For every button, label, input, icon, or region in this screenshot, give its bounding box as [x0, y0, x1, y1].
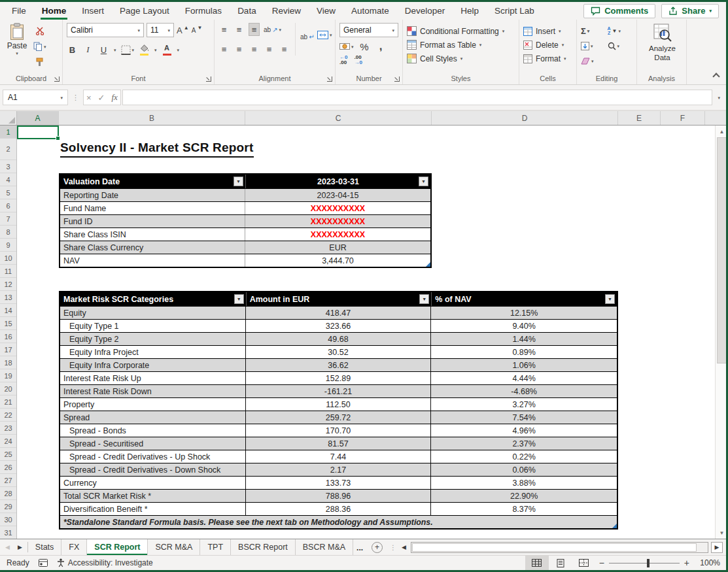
category-cell[interactable]: Equity Type 1 — [60, 320, 246, 332]
category-cell[interactable]: Interest Rate Risk Down — [60, 385, 246, 397]
pct-nav-cell[interactable]: 4.96% — [431, 424, 617, 437]
amount-cell[interactable]: 49.68 — [246, 333, 432, 345]
category-cell[interactable]: Equity Type 2 — [60, 333, 246, 345]
zoom-level[interactable]: 100% — [693, 558, 720, 567]
row-header[interactable]: 2 — [0, 139, 16, 160]
selected-cell-a1[interactable] — [17, 126, 59, 139]
increase-indent-button[interactable]: ≡ — [279, 42, 290, 56]
row-label-cell[interactable]: Share Class Currency — [60, 241, 245, 254]
row-header[interactable]: 30 — [0, 513, 16, 526]
analyze-data-button[interactable]: Analyze Data — [641, 23, 684, 63]
cancel-button[interactable]: × — [86, 93, 92, 103]
column-header[interactable]: B — [59, 111, 245, 125]
zoom-in-button[interactable]: + — [681, 558, 693, 568]
formula-input[interactable] — [122, 90, 713, 105]
row-header[interactable]: 13 — [0, 291, 16, 304]
ribbon-tab[interactable]: View — [309, 2, 343, 20]
amount-cell[interactable]: 788.96 — [246, 490, 432, 502]
sheet-tab[interactable]: BSCR M&A — [296, 539, 353, 555]
accessibility-status[interactable]: Accessibility: Investigate — [57, 558, 153, 567]
accounting-format-button[interactable]: ▾ — [339, 40, 354, 53]
number-format-combo[interactable]: General▾ — [339, 23, 398, 37]
normal-view-button[interactable] — [525, 556, 549, 570]
row-header[interactable]: 20 — [0, 382, 16, 395]
category-cell[interactable]: Spread - Credit Derivatives - Up Shock — [60, 450, 246, 463]
sheet-tab[interactable]: TPT — [200, 539, 231, 555]
market-scr-header-cell[interactable]: % of NAV ▼ — [431, 292, 617, 306]
pct-nav-cell[interactable]: 9.40% — [431, 320, 617, 332]
row-value-cell[interactable]: 2023-04-15 — [245, 189, 430, 201]
format-as-table-button[interactable]: Format as Table ▾ — [407, 38, 516, 52]
category-cell[interactable]: Spread — [60, 411, 246, 424]
amount-cell[interactable]: 7.44 — [246, 450, 432, 463]
fill-color-button[interactable] — [139, 43, 150, 56]
new-sheet-button[interactable]: + — [372, 542, 383, 553]
row-header[interactable]: 27 — [0, 474, 16, 487]
row-value-cell[interactable]: 3,444.70 — [245, 254, 430, 267]
alignment-dialog-launcher-icon[interactable] — [327, 76, 332, 82]
align-right-button[interactable]: ≡ — [249, 42, 260, 56]
format-cells-button[interactable]: Format ▾ — [523, 52, 574, 65]
prev-sheet-icon[interactable]: ◀ — [5, 544, 10, 550]
ribbon-tab[interactable]: Automate — [343, 2, 397, 20]
amount-cell[interactable]: 323.66 — [246, 320, 432, 332]
row-header[interactable]: 1 — [0, 126, 16, 139]
row-header[interactable]: 15 — [0, 317, 16, 330]
row-value-cell[interactable]: XXXXXXXXXX — [245, 215, 430, 227]
align-left-button[interactable]: ≡ — [218, 42, 230, 56]
row-header[interactable]: 31 — [0, 526, 16, 539]
pct-nav-cell[interactable]: 1.06% — [431, 359, 617, 371]
font-color-button[interactable]: A — [162, 43, 173, 56]
row-value-cell[interactable]: XXXXXXXXXX — [245, 228, 430, 241]
pct-nav-cell[interactable]: 2.37% — [431, 437, 617, 450]
row-header[interactable]: 14 — [0, 304, 16, 317]
sheet-tab[interactable]: FX — [61, 539, 87, 555]
comments-button[interactable]: Comments — [583, 4, 655, 18]
category-cell[interactable]: Equity Infra Project — [60, 346, 246, 358]
ribbon-tab[interactable]: Developer — [397, 2, 453, 20]
filter-button[interactable]: ▼ — [419, 177, 428, 186]
market-scr-header-cell[interactable]: Market Risk SCR Categories ▼ — [60, 292, 246, 306]
filter-button[interactable]: ▼ — [234, 294, 244, 304]
row-label-cell[interactable]: Fund ID — [60, 215, 245, 227]
merge-center-button[interactable]: ▾ — [317, 28, 332, 41]
tabbar-splitter[interactable]: ⋮ — [388, 544, 398, 551]
format-painter-button[interactable] — [34, 56, 45, 69]
sheet-tab[interactable]: SCR Report — [87, 539, 148, 555]
insert-function-button[interactable]: fx — [112, 92, 118, 103]
amount-cell[interactable]: 170.70 — [246, 424, 432, 437]
find-select-button[interactable]: ▾ — [608, 39, 634, 52]
row-header[interactable]: 12 — [0, 278, 16, 291]
underline-chevron-icon[interactable]: ▾ — [114, 48, 116, 52]
ribbon-tab[interactable]: Script Lab — [487, 2, 542, 20]
scroll-left-icon[interactable]: ◀ — [400, 544, 408, 550]
category-cell[interactable]: Equity Infra Corporate — [60, 359, 246, 371]
align-center-button[interactable]: ≡ — [234, 42, 245, 56]
row-header[interactable]: 10 — [0, 252, 16, 265]
decrease-font-button[interactable]: A▼ — [192, 24, 203, 37]
align-top-button[interactable]: ≡ — [218, 23, 230, 36]
row-header[interactable]: 22 — [0, 409, 16, 422]
align-bottom-button[interactable]: ≡ — [249, 23, 260, 36]
number-dialog-launcher-icon[interactable] — [394, 76, 400, 82]
percent-style-button[interactable]: % — [359, 40, 370, 53]
column-header[interactable]: A — [17, 111, 59, 125]
cell-styles-button[interactable]: Cell Styles ▾ — [407, 52, 516, 65]
row-header[interactable]: 28 — [0, 487, 16, 500]
cells-canvas[interactable]: Solvency II - Market SCR Report Valuatio… — [17, 126, 728, 539]
row-header[interactable]: 6 — [0, 199, 16, 212]
row-header[interactable]: 3 — [0, 160, 16, 173]
market-scr-header-cell[interactable]: Amount in EUR ▼ — [246, 292, 432, 306]
row-header[interactable]: 29 — [0, 500, 16, 513]
fill-color-chevron-icon[interactable]: ▾ — [154, 48, 157, 52]
footnote-cell[interactable]: *Standalone Standard Formula basis. Plea… — [60, 515, 617, 528]
row-header[interactable]: 4 — [0, 173, 16, 186]
insert-cells-button[interactable]: Insert ▾ — [523, 24, 574, 38]
enter-button[interactable]: ✓ — [98, 93, 105, 103]
bold-button[interactable]: B — [67, 43, 78, 56]
row-header[interactable]: 25 — [0, 448, 16, 461]
ribbon-tab[interactable]: Home — [34, 2, 75, 20]
font-dialog-launcher-icon[interactable] — [206, 76, 211, 82]
category-cell[interactable]: Total SCR Market Risk * — [60, 490, 246, 502]
column-header[interactable]: D — [432, 111, 618, 125]
